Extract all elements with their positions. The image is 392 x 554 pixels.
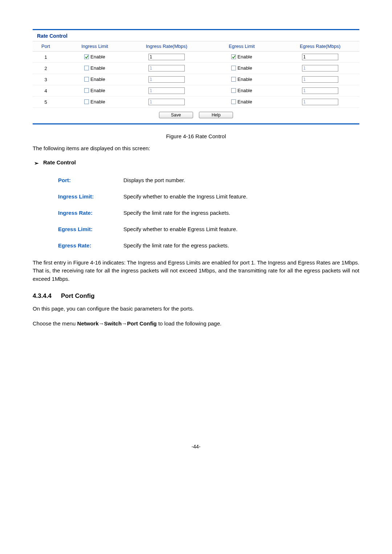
triangle-right-icon: ➢ — [34, 159, 39, 167]
egress-rate-cell — [281, 97, 359, 108]
ingress-limit-label: Enable — [90, 88, 105, 93]
col-egress-rate: Egress Rate(Mbps) — [281, 41, 359, 52]
section-heading: 4.3.4.4Port Config — [33, 292, 359, 300]
egress-limit-cell: Enable — [203, 52, 281, 63]
ingress-limit-cell: Enable — [59, 74, 131, 85]
save-button[interactable]: Save — [159, 112, 193, 118]
ingress-rate-input[interactable] — [148, 76, 185, 83]
col-ingress-rate: Ingress Rate(Mbps) — [131, 41, 203, 52]
definition-row: Ingress Limit:Specify whether to enable … — [58, 193, 359, 200]
definition-description: Displays the port number. — [123, 177, 185, 183]
table-row: 5EnableEnable — [33, 97, 359, 108]
ingress-rate-cell — [131, 63, 203, 74]
egress-rate-input[interactable] — [302, 65, 338, 71]
port-cell: 3 — [33, 74, 59, 85]
ingress-rate-input[interactable] — [148, 99, 185, 105]
ingress-limit-checkbox[interactable] — [84, 88, 89, 93]
explanation-paragraph: The first entry in Figure 4-16 indicates… — [33, 259, 359, 283]
ingress-limit-checkbox[interactable] — [84, 99, 89, 104]
egress-limit-cell: Enable — [203, 97, 281, 108]
panel-title: Rate Control — [33, 30, 359, 41]
port-cell: 1 — [33, 52, 59, 63]
ingress-limit-checkbox[interactable] — [84, 54, 89, 59]
egress-limit-label: Enable — [237, 88, 252, 93]
menu-suffix: to load the following page. — [157, 320, 221, 327]
egress-rate-input[interactable] — [302, 54, 338, 60]
col-port: Port — [33, 41, 59, 52]
definition-description: Specify the limit rate for the ingress p… — [123, 210, 230, 216]
egress-rate-input[interactable] — [302, 76, 338, 83]
ingress-rate-cell — [131, 85, 203, 97]
definition-description: Specify whether to enable the Ingress Li… — [123, 193, 248, 200]
egress-rate-cell — [281, 74, 359, 85]
egress-rate-input[interactable] — [302, 99, 338, 105]
ingress-limit-label: Enable — [90, 54, 105, 59]
definition-row: Egress Limit:Specify whether to enable E… — [58, 226, 359, 232]
table-row: 2EnableEnable — [33, 63, 359, 74]
ingress-rate-input[interactable] — [148, 65, 185, 71]
ingress-limit-checkbox[interactable] — [84, 77, 89, 82]
menu-path: Network→Switch→Port Config — [77, 320, 157, 327]
table-row: 1EnableEnable — [33, 52, 359, 63]
ingress-rate-cell — [131, 74, 203, 85]
egress-rate-input[interactable] — [302, 87, 338, 94]
intro-line: The following items are displayed on thi… — [33, 144, 359, 153]
egress-limit-cell: Enable — [203, 74, 281, 85]
egress-limit-checkbox[interactable] — [231, 66, 236, 70]
egress-limit-checkbox[interactable] — [231, 54, 236, 59]
ingress-limit-label: Enable — [90, 99, 105, 104]
port-config-intro: On this page, you can configure the basi… — [33, 305, 359, 313]
ingress-limit-label: Enable — [90, 65, 105, 71]
table-row: 4EnableEnable — [33, 85, 359, 97]
bullet-rate-control: ➢ Rate Control — [34, 159, 359, 167]
figure-caption: Figure 4-16 Rate Control — [33, 133, 359, 139]
table-row: 3EnableEnable — [33, 74, 359, 85]
col-ingress-limit: Ingress Limit — [59, 41, 131, 52]
ingress-limit-checkbox[interactable] — [84, 66, 89, 70]
ingress-limit-cell: Enable — [59, 97, 131, 108]
egress-limit-label: Enable — [237, 54, 252, 59]
egress-limit-cell: Enable — [203, 63, 281, 74]
egress-limit-checkbox[interactable] — [231, 88, 236, 93]
bullet-label: Rate Control — [43, 159, 76, 165]
egress-rate-cell — [281, 63, 359, 74]
egress-limit-checkbox[interactable] — [231, 99, 236, 104]
definition-row: Egress Rate:Specify the limit rate for t… — [58, 242, 359, 249]
egress-limit-cell: Enable — [203, 85, 281, 97]
definition-term: Port: — [58, 177, 123, 183]
egress-limit-checkbox[interactable] — [231, 77, 236, 82]
col-egress-limit: Egress Limit — [203, 41, 281, 52]
definition-term: Egress Rate: — [58, 242, 123, 249]
ingress-limit-cell: Enable — [59, 52, 131, 63]
help-button[interactable]: Help — [199, 112, 233, 118]
section-title: Port Config — [61, 292, 95, 299]
definition-term: Ingress Limit: — [58, 193, 123, 200]
section-number: 4.3.4.4 — [33, 292, 52, 299]
rate-control-panel: Rate Control Port Ingress Limit Ingress … — [33, 29, 359, 124]
ingress-rate-cell — [131, 52, 203, 63]
rate-control-table: Port Ingress Limit Ingress Rate(Mbps) Eg… — [33, 41, 359, 108]
definition-row: Port:Displays the port number. — [58, 177, 359, 183]
ingress-rate-cell — [131, 97, 203, 108]
menu-prefix: Choose the menu — [33, 320, 77, 327]
panel-button-row: Save Help — [33, 108, 359, 123]
definition-list: Port:Displays the port number.Ingress Li… — [58, 177, 359, 249]
page-number: -44- — [33, 444, 359, 450]
definition-term: Egress Limit: — [58, 226, 123, 232]
definition-term: Ingress Rate: — [58, 210, 123, 216]
egress-limit-label: Enable — [237, 65, 252, 71]
egress-rate-cell — [281, 85, 359, 97]
port-cell: 5 — [33, 97, 59, 108]
egress-rate-cell — [281, 52, 359, 63]
port-cell: 4 — [33, 85, 59, 97]
egress-limit-label: Enable — [237, 99, 252, 104]
ingress-rate-input[interactable] — [148, 87, 185, 94]
ingress-limit-label: Enable — [90, 77, 105, 82]
ingress-rate-input[interactable] — [148, 54, 185, 60]
menu-path-line: Choose the menu Network→Switch→Port Conf… — [33, 320, 359, 328]
port-cell: 2 — [33, 63, 59, 74]
definition-description: Specify whether to enable Egress Limit f… — [123, 226, 237, 232]
egress-limit-label: Enable — [237, 77, 252, 82]
definition-row: Ingress Rate:Specify the limit rate for … — [58, 210, 359, 216]
ingress-limit-cell: Enable — [59, 85, 131, 97]
